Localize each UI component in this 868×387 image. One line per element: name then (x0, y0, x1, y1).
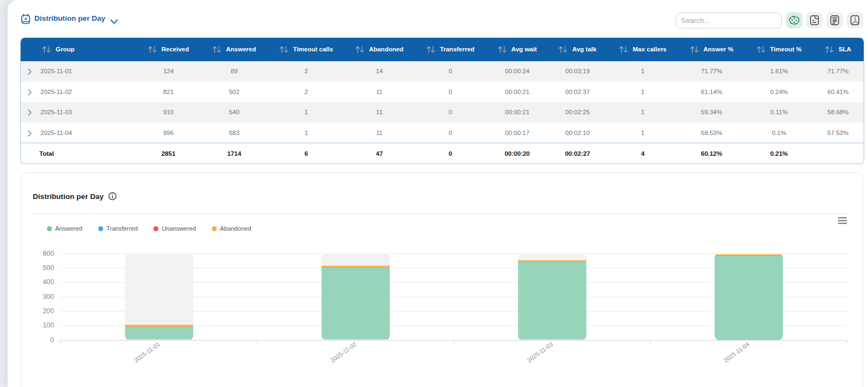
svg-text:8: 8 (25, 16, 27, 21)
